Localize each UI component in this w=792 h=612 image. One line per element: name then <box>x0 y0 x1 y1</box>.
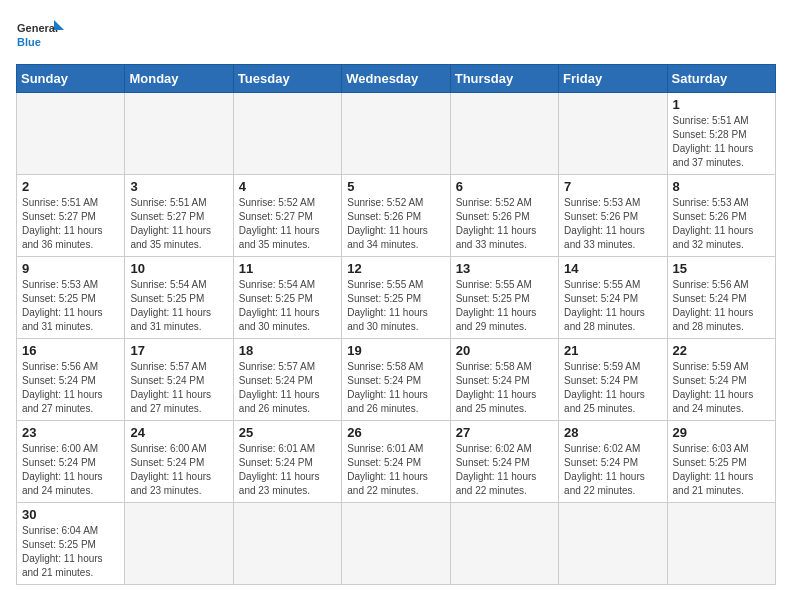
calendar-cell: 11Sunrise: 5:54 AM Sunset: 5:25 PM Dayli… <box>233 257 341 339</box>
day-number: 24 <box>130 425 227 440</box>
day-number: 15 <box>673 261 770 276</box>
day-number: 29 <box>673 425 770 440</box>
day-info: Sunrise: 6:01 AM Sunset: 5:24 PM Dayligh… <box>239 442 336 498</box>
day-info: Sunrise: 5:59 AM Sunset: 5:24 PM Dayligh… <box>564 360 661 416</box>
day-info: Sunrise: 5:55 AM Sunset: 5:24 PM Dayligh… <box>564 278 661 334</box>
day-number: 28 <box>564 425 661 440</box>
weekday-header-row: SundayMondayTuesdayWednesdayThursdayFrid… <box>17 65 776 93</box>
day-info: Sunrise: 6:00 AM Sunset: 5:24 PM Dayligh… <box>130 442 227 498</box>
day-number: 12 <box>347 261 444 276</box>
calendar-row: 2Sunrise: 5:51 AM Sunset: 5:27 PM Daylig… <box>17 175 776 257</box>
calendar-cell <box>559 503 667 585</box>
day-number: 20 <box>456 343 553 358</box>
weekday-header-friday: Friday <box>559 65 667 93</box>
svg-text:General: General <box>17 22 58 34</box>
calendar-cell: 28Sunrise: 6:02 AM Sunset: 5:24 PM Dayli… <box>559 421 667 503</box>
calendar-cell <box>342 93 450 175</box>
day-info: Sunrise: 5:55 AM Sunset: 5:25 PM Dayligh… <box>456 278 553 334</box>
calendar-cell <box>233 93 341 175</box>
calendar-cell: 15Sunrise: 5:56 AM Sunset: 5:24 PM Dayli… <box>667 257 775 339</box>
calendar-cell: 16Sunrise: 5:56 AM Sunset: 5:24 PM Dayli… <box>17 339 125 421</box>
calendar-cell <box>342 503 450 585</box>
calendar-cell <box>17 93 125 175</box>
calendar-cell: 4Sunrise: 5:52 AM Sunset: 5:27 PM Daylig… <box>233 175 341 257</box>
day-info: Sunrise: 5:53 AM Sunset: 5:26 PM Dayligh… <box>673 196 770 252</box>
weekday-header-sunday: Sunday <box>17 65 125 93</box>
day-number: 30 <box>22 507 119 522</box>
calendar-cell: 25Sunrise: 6:01 AM Sunset: 5:24 PM Dayli… <box>233 421 341 503</box>
calendar-cell: 24Sunrise: 6:00 AM Sunset: 5:24 PM Dayli… <box>125 421 233 503</box>
calendar-cell: 12Sunrise: 5:55 AM Sunset: 5:25 PM Dayli… <box>342 257 450 339</box>
calendar-cell: 22Sunrise: 5:59 AM Sunset: 5:24 PM Dayli… <box>667 339 775 421</box>
calendar-cell <box>450 93 558 175</box>
day-number: 17 <box>130 343 227 358</box>
day-info: Sunrise: 5:51 AM Sunset: 5:27 PM Dayligh… <box>22 196 119 252</box>
day-info: Sunrise: 5:59 AM Sunset: 5:24 PM Dayligh… <box>673 360 770 416</box>
day-info: Sunrise: 5:53 AM Sunset: 5:25 PM Dayligh… <box>22 278 119 334</box>
day-info: Sunrise: 6:02 AM Sunset: 5:24 PM Dayligh… <box>456 442 553 498</box>
day-number: 7 <box>564 179 661 194</box>
calendar-row: 30Sunrise: 6:04 AM Sunset: 5:25 PM Dayli… <box>17 503 776 585</box>
calendar-row: 23Sunrise: 6:00 AM Sunset: 5:24 PM Dayli… <box>17 421 776 503</box>
calendar-cell: 27Sunrise: 6:02 AM Sunset: 5:24 PM Dayli… <box>450 421 558 503</box>
calendar-cell <box>125 93 233 175</box>
day-number: 5 <box>347 179 444 194</box>
calendar-cell: 7Sunrise: 5:53 AM Sunset: 5:26 PM Daylig… <box>559 175 667 257</box>
day-info: Sunrise: 5:57 AM Sunset: 5:24 PM Dayligh… <box>130 360 227 416</box>
day-info: Sunrise: 6:00 AM Sunset: 5:24 PM Dayligh… <box>22 442 119 498</box>
day-number: 4 <box>239 179 336 194</box>
calendar-cell: 8Sunrise: 5:53 AM Sunset: 5:26 PM Daylig… <box>667 175 775 257</box>
day-number: 9 <box>22 261 119 276</box>
day-info: Sunrise: 5:52 AM Sunset: 5:27 PM Dayligh… <box>239 196 336 252</box>
header: General Blue <box>16 16 776 56</box>
day-info: Sunrise: 5:58 AM Sunset: 5:24 PM Dayligh… <box>456 360 553 416</box>
day-info: Sunrise: 5:51 AM Sunset: 5:28 PM Dayligh… <box>673 114 770 170</box>
day-number: 2 <box>22 179 119 194</box>
calendar-cell: 18Sunrise: 5:57 AM Sunset: 5:24 PM Dayli… <box>233 339 341 421</box>
logo: General Blue <box>16 16 66 56</box>
day-info: Sunrise: 6:03 AM Sunset: 5:25 PM Dayligh… <box>673 442 770 498</box>
day-info: Sunrise: 5:56 AM Sunset: 5:24 PM Dayligh… <box>673 278 770 334</box>
day-number: 14 <box>564 261 661 276</box>
calendar-cell: 14Sunrise: 5:55 AM Sunset: 5:24 PM Dayli… <box>559 257 667 339</box>
day-number: 23 <box>22 425 119 440</box>
calendar-row: 16Sunrise: 5:56 AM Sunset: 5:24 PM Dayli… <box>17 339 776 421</box>
weekday-header-monday: Monday <box>125 65 233 93</box>
calendar-cell: 9Sunrise: 5:53 AM Sunset: 5:25 PM Daylig… <box>17 257 125 339</box>
day-number: 26 <box>347 425 444 440</box>
calendar-cell: 5Sunrise: 5:52 AM Sunset: 5:26 PM Daylig… <box>342 175 450 257</box>
calendar-cell: 30Sunrise: 6:04 AM Sunset: 5:25 PM Dayli… <box>17 503 125 585</box>
day-number: 21 <box>564 343 661 358</box>
calendar-cell: 3Sunrise: 5:51 AM Sunset: 5:27 PM Daylig… <box>125 175 233 257</box>
calendar-cell: 23Sunrise: 6:00 AM Sunset: 5:24 PM Dayli… <box>17 421 125 503</box>
day-info: Sunrise: 5:51 AM Sunset: 5:27 PM Dayligh… <box>130 196 227 252</box>
calendar-cell: 20Sunrise: 5:58 AM Sunset: 5:24 PM Dayli… <box>450 339 558 421</box>
day-number: 10 <box>130 261 227 276</box>
day-info: Sunrise: 5:54 AM Sunset: 5:25 PM Dayligh… <box>130 278 227 334</box>
calendar-row: 9Sunrise: 5:53 AM Sunset: 5:25 PM Daylig… <box>17 257 776 339</box>
day-info: Sunrise: 6:02 AM Sunset: 5:24 PM Dayligh… <box>564 442 661 498</box>
day-number: 16 <box>22 343 119 358</box>
logo-svg: General Blue <box>16 16 66 56</box>
day-number: 25 <box>239 425 336 440</box>
calendar: SundayMondayTuesdayWednesdayThursdayFrid… <box>16 64 776 585</box>
day-info: Sunrise: 5:52 AM Sunset: 5:26 PM Dayligh… <box>347 196 444 252</box>
calendar-cell: 26Sunrise: 6:01 AM Sunset: 5:24 PM Dayli… <box>342 421 450 503</box>
calendar-cell <box>233 503 341 585</box>
day-info: Sunrise: 5:57 AM Sunset: 5:24 PM Dayligh… <box>239 360 336 416</box>
weekday-header-thursday: Thursday <box>450 65 558 93</box>
day-info: Sunrise: 6:01 AM Sunset: 5:24 PM Dayligh… <box>347 442 444 498</box>
calendar-row: 1Sunrise: 5:51 AM Sunset: 5:28 PM Daylig… <box>17 93 776 175</box>
calendar-cell: 2Sunrise: 5:51 AM Sunset: 5:27 PM Daylig… <box>17 175 125 257</box>
day-number: 11 <box>239 261 336 276</box>
day-info: Sunrise: 5:58 AM Sunset: 5:24 PM Dayligh… <box>347 360 444 416</box>
calendar-cell: 10Sunrise: 5:54 AM Sunset: 5:25 PM Dayli… <box>125 257 233 339</box>
day-number: 6 <box>456 179 553 194</box>
day-number: 13 <box>456 261 553 276</box>
day-info: Sunrise: 5:54 AM Sunset: 5:25 PM Dayligh… <box>239 278 336 334</box>
calendar-cell: 1Sunrise: 5:51 AM Sunset: 5:28 PM Daylig… <box>667 93 775 175</box>
calendar-cell <box>450 503 558 585</box>
calendar-cell <box>559 93 667 175</box>
weekday-header-tuesday: Tuesday <box>233 65 341 93</box>
svg-text:Blue: Blue <box>17 36 41 48</box>
